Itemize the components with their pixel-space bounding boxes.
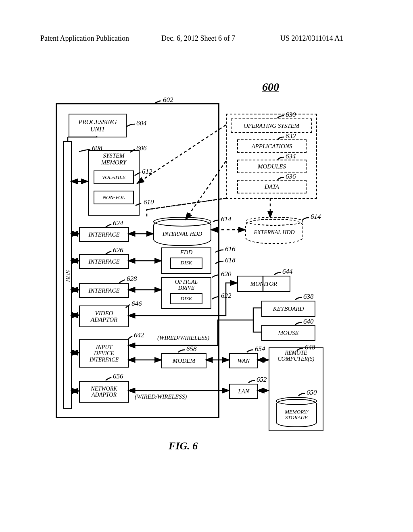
software-group [226, 114, 317, 199]
ref-608: 608 [92, 144, 102, 152]
ref-652: 652 [257, 376, 267, 384]
ref-636: 636 [286, 172, 296, 181]
ref-614b: 614 [311, 213, 321, 221]
ref-644: 644 [282, 268, 293, 276]
ref-620: 620 [221, 270, 232, 278]
volatile-mem: VOLATILE [94, 170, 134, 184]
interface-626: INTERFACE [79, 254, 129, 269]
wan: WAN [229, 353, 258, 368]
ref-624: 624 [113, 219, 123, 227]
ref-632: 632 [286, 132, 296, 140]
bus-label: BUS [65, 270, 72, 282]
internal-hdd-top [153, 217, 211, 227]
ref-606: 606 [136, 144, 147, 152]
ref-616: 616 [225, 245, 236, 253]
ref-628: 628 [127, 275, 137, 283]
ref-612: 612 [142, 168, 152, 176]
header-mid: Dec. 6, 2012 Sheet 6 of 7 [161, 34, 235, 43]
page: Patent Application Publication Dec. 6, 2… [0, 0, 413, 532]
wired-wireless-1: (WIRED/WIRELESS) [157, 335, 209, 341]
lan: LAN [229, 384, 258, 399]
optical-drive: OPTICAL DRIVE DISK [161, 277, 211, 309]
interface-628: INTERFACE [79, 283, 129, 298]
ref-602: 602 [163, 96, 173, 104]
monitor: MONITOR [237, 276, 290, 292]
ref-630: 630 [286, 111, 296, 119]
ref-648: 648 [305, 343, 315, 351]
ref-604: 604 [136, 119, 147, 127]
ref-614a: 614 [221, 215, 232, 223]
system-memory: SYSTEM MEMORY VOLATILE NON-VOL [88, 150, 140, 216]
wired-wireless-2: (WIRED/WIRELESS) [135, 393, 187, 400]
external-hdd-top [245, 217, 303, 226]
ref-634: 634 [286, 152, 296, 160]
ref-654: 654 [255, 345, 265, 353]
ref-622: 622 [221, 292, 232, 300]
memory-storage-top [276, 397, 317, 405]
optical-drive-label: OPTICAL DRIVE [162, 279, 211, 291]
fdd: FDD DISK [161, 247, 211, 274]
header-right: US 2012/0311014 A1 [280, 34, 343, 43]
ref-626: 626 [113, 246, 123, 254]
interface-624: INTERFACE [79, 227, 129, 242]
ref-656: 656 [113, 372, 123, 380]
optical-disk: DISK [170, 293, 202, 304]
keyboard: KEYBOARD [261, 301, 315, 317]
input-device-interface: INPUT DEVICE INTERFACE [79, 339, 129, 368]
mouse: MOUSE [261, 325, 315, 341]
ref-642: 642 [134, 331, 144, 339]
modem: MODEM [161, 353, 206, 368]
processing-unit: PROCESSING UNIT [69, 114, 127, 137]
ref-640: 640 [303, 318, 314, 326]
ref-646: 646 [131, 300, 142, 308]
nonvolatile-mem: NON-VOL [94, 191, 134, 204]
figure-caption: FIG. 6 [169, 440, 198, 452]
video-adaptor: VIDEO ADAPTOR [79, 305, 129, 327]
ref-638: 638 [303, 293, 314, 301]
figure-number: 600 [262, 81, 279, 94]
ref-610: 610 [144, 198, 154, 206]
ref-650: 650 [307, 389, 317, 397]
ref-618: 618 [225, 256, 236, 264]
fdd-label: FDD [162, 249, 211, 256]
ref-658: 658 [186, 345, 197, 353]
fdd-disk: DISK [170, 258, 202, 269]
header-left: Patent Application Publication [40, 34, 129, 43]
system-memory-label: SYSTEM MEMORY [89, 152, 139, 166]
network-adaptor: NETWORK ADAPTOR [79, 381, 129, 403]
remote-computers-label: REMOTE COMPUTER(S) [269, 350, 323, 362]
